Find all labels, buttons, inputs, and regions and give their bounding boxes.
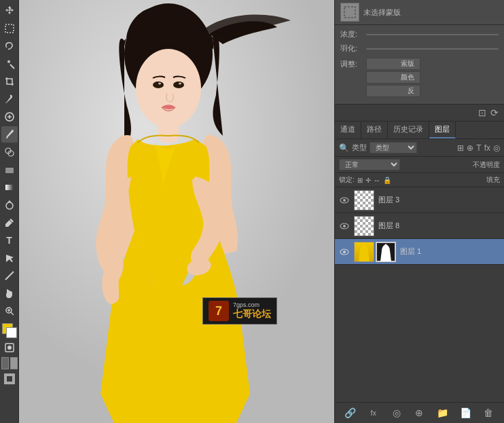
layer-name-8: 图层 8 (378, 221, 500, 231)
blend-row: 正常 溶解 正片叠底 不透明度 (335, 157, 504, 173)
density-label: 浓度: (340, 29, 362, 39)
tool-frame[interactable] (1, 371, 18, 387)
lock-all-icon[interactable]: 🔒 (383, 177, 391, 184)
svg-rect-0 (5, 24, 14, 33)
tab-paths[interactable]: 路径 (361, 122, 388, 139)
layer-name-3: 图层 3 (378, 195, 500, 205)
tool-clone[interactable] (1, 144, 18, 160)
app-container: T (0, 0, 504, 423)
logo-bg: 7 (209, 301, 229, 321)
panel-btn-link[interactable]: 🔗 (343, 405, 358, 420)
filter-icon-2[interactable]: ⊕ (467, 143, 473, 153)
expand-icon-left[interactable]: ⊡ (478, 107, 486, 118)
layer-row-1[interactable]: 图层 1 (335, 239, 504, 265)
tool-dodge[interactable] (1, 197, 18, 213)
panel-btn-delete[interactable]: 🗑 (481, 405, 496, 420)
watermark-text-area: 7gps.com 七哥论坛 (233, 301, 271, 320)
tool-lasso[interactable] (1, 38, 18, 54)
lock-label: 锁定: (339, 175, 355, 185)
layer-thumb-8 (354, 216, 374, 236)
layer-eye-8[interactable] (339, 221, 350, 232)
layer-eye-1[interactable] (339, 246, 350, 257)
quick-mask-buttons[interactable] (1, 357, 18, 369)
tool-eraser[interactable] (1, 162, 18, 178)
svg-line-9 (5, 272, 14, 280)
adjust-buttons: 索版 颜色 反 (366, 58, 420, 97)
svg-point-30 (343, 199, 346, 202)
expand-icon-right[interactable]: ⟳ (490, 107, 499, 118)
filter-icon-1[interactable]: ⊞ (457, 143, 464, 153)
layer-thumb-1-mask (376, 242, 396, 262)
svg-rect-22 (158, 119, 179, 143)
lock-icons: ⊞ ✛ ↔ 🔒 (357, 177, 391, 184)
tool-crop[interactable] (1, 73, 18, 90)
tab-channels[interactable]: 通道 (335, 122, 361, 139)
density-row: 浓度: (340, 29, 499, 39)
filter-select[interactable]: 类型 (370, 142, 417, 153)
tool-gradient[interactable] (1, 179, 18, 196)
panel-btn-new[interactable]: 📄 (458, 405, 473, 420)
tool-options-bar: ⊡ ⟳ (335, 105, 504, 122)
panel-bottom-toolbar: 🔗 fx ◎ ⊕ 📁 📄 🗑 (335, 402, 504, 423)
filter-icon-T[interactable]: T (476, 143, 481, 153)
expand-icons: ⊡ ⟳ (478, 107, 499, 118)
filter-icon-circle[interactable]: ◎ (493, 143, 500, 153)
lock-rotate-icon[interactable]: ↔ (374, 177, 380, 184)
panel-btn-group[interactable]: 📁 (435, 405, 450, 420)
btn-extra[interactable]: 反 (366, 85, 420, 97)
tool-zoom[interactable] (1, 303, 18, 319)
filter-magnifier-icon: 🔍 (339, 143, 349, 153)
foreground-color[interactable] (2, 323, 17, 338)
filter-icons-right: ⊞ ⊕ T fx ◎ (457, 143, 500, 153)
lock-move-icon[interactable]: ✛ (365, 177, 371, 184)
tool-eyedropper[interactable] (1, 91, 18, 107)
feather-slider[interactable] (366, 48, 499, 50)
panel-btn-fx[interactable]: fx (366, 405, 381, 420)
tab-history[interactable]: 历史记录 (388, 122, 429, 139)
svg-rect-28 (344, 7, 355, 18)
svg-rect-7 (5, 185, 14, 190)
right-panel: 未选择蒙版 浓度: 羽化: 调整: 索版 颜色 反 (334, 0, 504, 423)
tool-pen[interactable] (1, 215, 18, 231)
density-slider[interactable] (366, 34, 499, 35)
lock-row: 锁定: ⊞ ✛ ↔ 🔒 填充 (335, 173, 504, 187)
btn-color[interactable]: 颜色 (366, 71, 420, 84)
svg-point-21 (136, 49, 201, 128)
panel-btn-adjust[interactable]: ⊕ (412, 405, 427, 420)
layer-eye-3[interactable] (339, 195, 350, 206)
feather-row: 羽化: (340, 43, 499, 54)
btn-suxuan[interactable]: 索版 (366, 58, 420, 70)
svg-point-15 (7, 346, 12, 350)
fill-label: 填充 (486, 175, 500, 185)
watermark: 7 7gps.com 七哥论坛 (202, 297, 277, 325)
tool-select-rect[interactable] (1, 20, 18, 37)
canvas-area: 7 7gps.com 七哥论坛 (19, 0, 334, 423)
toolbar-left: T (0, 0, 19, 423)
lock-checker-icon[interactable]: ⊞ (357, 177, 363, 184)
layer-row-3[interactable]: 图层 3 (335, 187, 504, 213)
svg-point-25 (173, 81, 184, 88)
filter-icon-fx[interactable]: fx (484, 143, 490, 153)
layers-area: 图层 3 图层 8 (335, 187, 504, 402)
tool-line[interactable] (1, 268, 18, 284)
tool-text[interactable]: T (1, 232, 18, 249)
svg-point-24 (153, 81, 164, 88)
adjust-row: 调整: 索版 颜色 反 (340, 58, 499, 97)
layer-thumb-3 (354, 190, 374, 210)
watermark-logo: 7 (209, 301, 229, 321)
canvas-image[interactable]: 7 7gps.com 七哥论坛 (19, 0, 334, 423)
blend-mode-select[interactable]: 正常 溶解 正片叠底 (339, 159, 400, 170)
tool-mask-mode[interactable] (1, 339, 18, 356)
layer-row-8[interactable]: 图层 8 (335, 213, 504, 239)
tool-path-select[interactable] (1, 250, 18, 266)
tool-hand[interactable] (1, 285, 18, 301)
tab-layers[interactable]: 图层 (429, 122, 456, 139)
svg-point-34 (343, 251, 346, 253)
tool-magic-wand[interactable] (1, 56, 18, 72)
properties-area: 浓度: 羽化: 调整: 索版 颜色 反 (335, 25, 504, 105)
logo-seven: 7 (215, 304, 222, 318)
tool-move[interactable] (1, 3, 18, 19)
tool-brush[interactable] (1, 126, 18, 143)
panel-btn-mask[interactable]: ◎ (389, 405, 404, 420)
tool-heal[interactable] (1, 109, 18, 125)
